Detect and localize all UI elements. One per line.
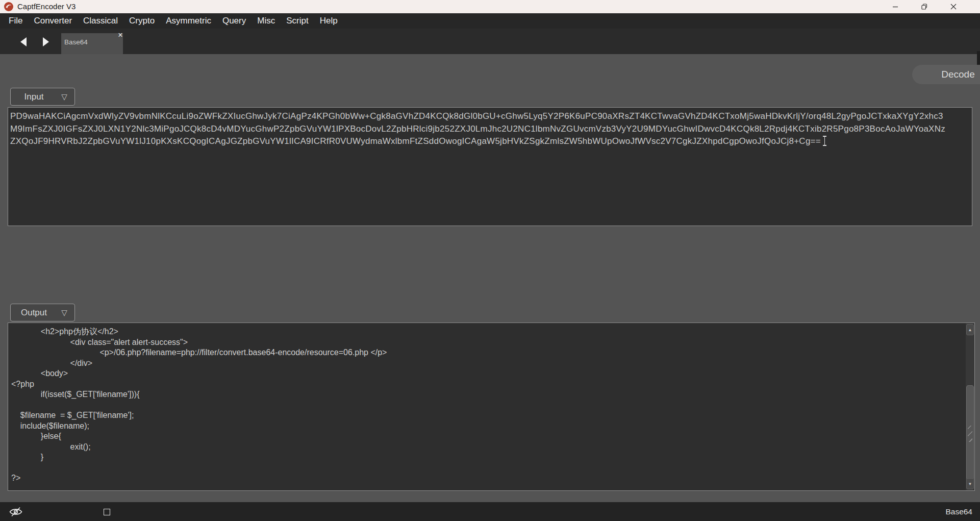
input-textarea[interactable]: PD9waHAKCiAgcmVxdWlyZV9vbmNlKCcuLi9oZWFk… [8,107,972,226]
statusbar: Base64 [0,502,980,521]
text-cursor [822,136,827,146]
output-line: <body> [11,368,962,379]
input-line: PD9waHAKCiAgcmVxdWlyZV9vbmNlKCcuLi9oZWFk… [10,110,970,123]
square-outline-icon[interactable] [104,509,110,515]
restore-icon [921,3,928,10]
tab-base64[interactable]: Base64 [61,33,123,54]
menu-misc[interactable]: Misc [252,13,281,29]
scrollbar-grip-icon [968,426,972,442]
tab-close-button[interactable]: × [115,30,125,40]
output-line: </div> [11,358,962,369]
scroll-up-arrow-icon[interactable]: ▲ [966,324,974,335]
maximize-button[interactable] [913,0,936,13]
menu-asymmetric[interactable]: Asymmetric [160,13,217,29]
chevron-down-icon: ▽ [57,308,71,317]
decode-button[interactable]: Decode [912,65,980,84]
output-line: if(isset($_GET['filename'])){ [11,389,962,400]
menu-crypto[interactable]: Crypto [123,13,160,29]
minimize-icon [892,4,898,10]
nav-back-button[interactable] [20,37,27,46]
eye-off-icon[interactable] [9,506,22,517]
input-selector-dropdown[interactable]: Input ▽ [10,88,75,106]
output-line: include($filename); [11,421,962,432]
titlebar: CaptfEncoder V3 [0,0,980,13]
output-scrollbar[interactable]: ▲ ▼ [966,323,974,490]
output-line: exit(); [11,442,962,453]
output-textarea[interactable]: <h2>php伪协议</h2> <div class="alert alert-… [8,322,975,491]
app-window: CaptfEncoder V3 File Converter Classical… [0,0,980,521]
output-line [11,400,962,411]
input-line: M9ImFsZXJ0IGFsZXJ0LXN1Y2Nlc3MiPgoJCQk8cD… [10,123,970,136]
tab-label: Base64 [61,33,123,46]
input-selector-label: Input [11,92,57,102]
tab-strip: Base64 × [0,29,980,54]
output-line: <?php [11,379,962,390]
output-selector-label: Output [11,308,57,318]
window-edge-notch [977,51,980,65]
output-line: } [11,452,962,463]
output-line [11,463,962,474]
menu-classical[interactable]: Classical [78,13,123,29]
output-line: <p>/06.php?filename=php://filter/convert… [11,348,962,358]
menubar: File Converter Classical Crypto Asymmetr… [0,13,980,29]
input-line: ZXQoJF9HRVRbJ2ZpbGVuYW1lJ10pKXsKCQogICAg… [10,135,970,148]
window-title: CaptfEncoder V3 [17,0,76,13]
menu-help[interactable]: Help [314,13,343,29]
nav-forward-button[interactable] [43,37,49,46]
app-logo-icon [4,2,13,11]
output-line: }else{ [11,431,962,442]
output-line: ?> [11,473,962,484]
menu-file[interactable]: File [3,13,28,29]
output-line: $filename = $_GET['filename']; [11,410,962,421]
menu-script[interactable]: Script [281,13,314,29]
output-selector-dropdown[interactable]: Output ▽ [10,304,75,321]
chevron-down-icon: ▽ [57,92,71,102]
status-mode-label: Base64 [945,502,972,521]
scroll-down-arrow-icon[interactable]: ▼ [966,478,974,489]
close-icon [950,4,957,10]
minimize-button[interactable] [884,0,907,13]
close-button[interactable] [942,0,965,13]
scrollbar-thumb[interactable] [966,385,974,480]
menu-query[interactable]: Query [217,13,252,29]
menu-converter[interactable]: Converter [28,13,78,29]
output-line: <h2>php伪协议</h2> [11,327,962,337]
output-line: <div class="alert alert-success"> [11,337,962,348]
